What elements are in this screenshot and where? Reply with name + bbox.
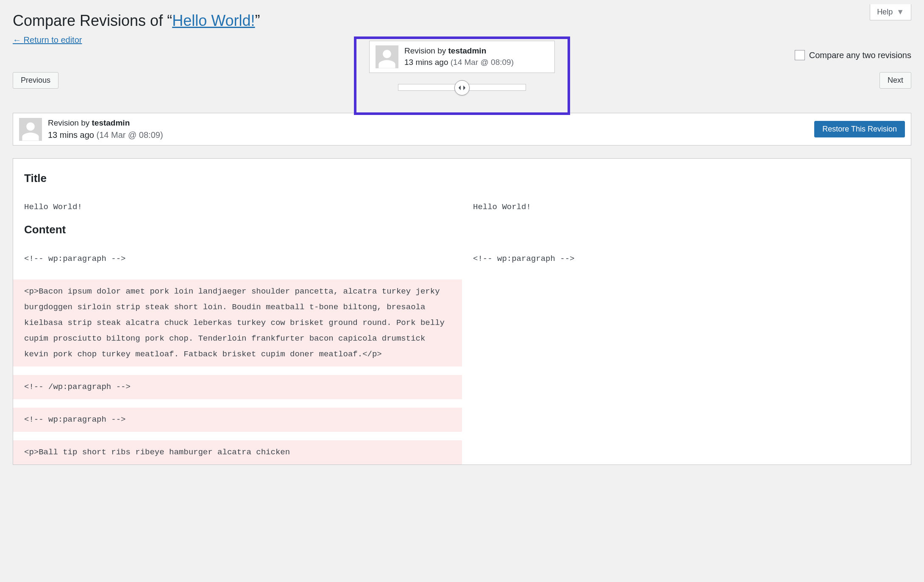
post-title-link[interactable]: Hello World! (172, 12, 255, 29)
compare-mode-toggle[interactable]: Compare any two revisions (795, 49, 911, 61)
diff-cell-left: <!-- wp:paragraph --> (13, 247, 462, 271)
diff-spacer (13, 432, 911, 440)
diff-title-heading: Title (24, 171, 900, 186)
diff-content-table: <!-- wp:paragraph --><!-- wp:paragraph -… (13, 247, 911, 464)
avatar (376, 45, 398, 68)
compare-mode-label: Compare any two revisions (809, 49, 911, 61)
revision-tooltip: Revision by testadmin 13 mins ago (14 Ma… (369, 41, 555, 73)
diff-row: <p>Bacon ipsum dolor amet pork loin land… (13, 280, 911, 367)
previous-button[interactable]: Previous (13, 72, 58, 89)
slider-handle[interactable] (454, 80, 470, 95)
diff-cell-right (462, 408, 911, 432)
slider-track[interactable] (398, 84, 526, 91)
help-tab[interactable]: Help ▼ (870, 4, 911, 20)
diff-title-left: Hello World! (13, 195, 462, 219)
diff-cell-left: <p>Ball tip short ribs ribeye hamburger … (13, 440, 462, 464)
return-to-editor-link[interactable]: ← Return to editor (13, 35, 82, 45)
revision-meta: Revision by testadmin 13 mins ago (14 Ma… (13, 113, 911, 146)
user-icon (377, 48, 397, 68)
tooltip-date-line: 13 mins ago (14 Mar @ 08:09) (404, 57, 514, 68)
meta-by-line: Revision by testadmin (48, 118, 163, 129)
diff-cell-right (462, 440, 911, 464)
diff-cell-right (462, 280, 911, 367)
diff-row: <!-- wp:paragraph --> (13, 408, 911, 432)
tooltip-by-line: Revision by testadmin (404, 45, 514, 57)
return-label: Return to editor (24, 35, 82, 45)
diff-cell-left: <p>Bacon ipsum dolor amet pork loin land… (13, 280, 462, 367)
diff-title-right: Hello World! (462, 195, 911, 219)
page-title: Compare Revisions of “Hello World!” (13, 10, 911, 31)
diff-panel: Title Hello World! Hello World! Content … (13, 158, 911, 465)
diff-row: <!-- /wp:paragraph --> (13, 375, 911, 399)
revision-slider: Previous Next Compare any two revisions … (13, 58, 911, 109)
chevron-down-icon: ▼ (896, 8, 904, 16)
diff-spacer (13, 399, 911, 408)
arrow-left-icon: ← (13, 35, 21, 45)
diff-cell-right (462, 375, 911, 399)
diff-content-heading: Content (24, 222, 900, 237)
avatar (19, 118, 42, 141)
help-label: Help (877, 8, 893, 16)
diff-row: <!-- wp:paragraph --><!-- wp:paragraph -… (13, 247, 911, 271)
next-button[interactable]: Next (879, 72, 911, 89)
meta-date-line: 13 mins ago (14 Mar @ 08:09) (48, 129, 163, 141)
drag-handle-icon (459, 85, 465, 90)
diff-row: <p>Ball tip short ribs ribeye hamburger … (13, 440, 911, 464)
restore-revision-button[interactable]: Restore This Revision (814, 121, 905, 137)
diff-spacer (13, 271, 911, 280)
checkbox-icon[interactable] (795, 50, 805, 60)
diff-cell-right: <!-- wp:paragraph --> (462, 247, 911, 271)
diff-cell-left: <!-- wp:paragraph --> (13, 408, 462, 432)
user-icon (20, 120, 41, 141)
diff-spacer (13, 367, 911, 375)
diff-cell-left: <!-- /wp:paragraph --> (13, 375, 462, 399)
diff-title-table: Hello World! Hello World! (13, 195, 911, 219)
